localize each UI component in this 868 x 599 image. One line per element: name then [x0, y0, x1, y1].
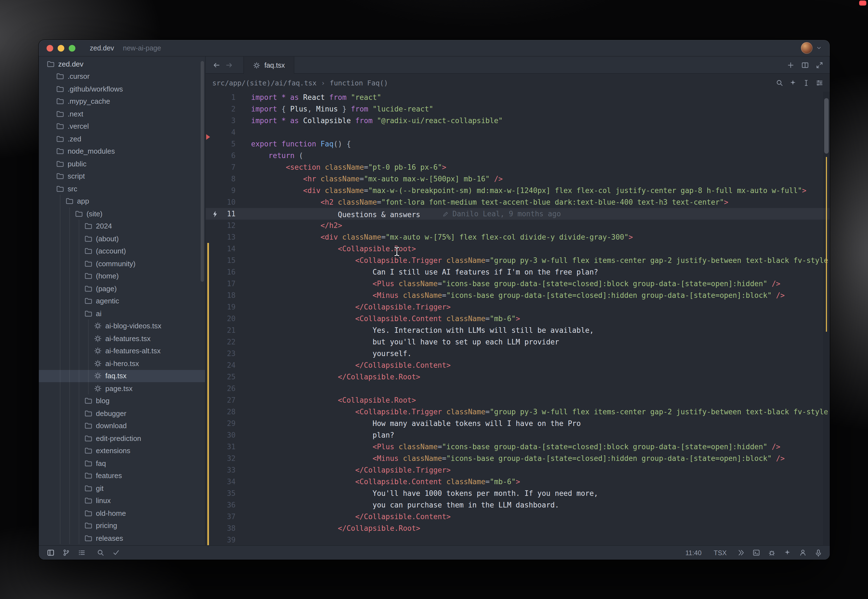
code-line-14[interactable]: 14 <Collapsible.Root>: [206, 243, 830, 254]
code-line-11[interactable]: 11 Questions & answersDanilo Leal, 9 mon…: [206, 208, 830, 220]
tree-item-faq.tsx[interactable]: faq.tsx: [39, 370, 205, 382]
tree-item-pricing[interactable]: pricing: [39, 519, 205, 532]
chevron-down-icon[interactable]: [816, 45, 822, 51]
code-line-23[interactable]: 23 yourself.: [206, 348, 830, 360]
branch-name[interactable]: new-ai-page: [123, 44, 161, 52]
tree-item-node_modules[interactable]: node_modules: [39, 145, 205, 158]
cursor-position[interactable]: 11:40: [681, 549, 706, 557]
titlebar[interactable]: zed.dev new-ai-page: [39, 40, 830, 57]
tab-faq-tsx[interactable]: faq.tsx: [243, 57, 294, 74]
tree-item-(community)[interactable]: (community): [39, 257, 205, 270]
tree-item-agentic[interactable]: agentic: [39, 295, 205, 307]
buffer-search-icon[interactable]: [773, 77, 785, 89]
git-blame[interactable]: Danilo Leal, 9 months ago: [443, 208, 561, 220]
code-line-22[interactable]: 22 but you'll have to set up each LLM pr…: [206, 336, 830, 348]
close-button[interactable]: [47, 45, 53, 51]
code-line-37[interactable]: 37 </Collapsible.Content>: [206, 511, 830, 522]
code-line-7[interactable]: 7 <section className="pt-0 pb-16 px-6">: [206, 161, 830, 173]
minimize-button[interactable]: [58, 45, 64, 51]
code-line-35[interactable]: 35 You'll have 1000 tokens per month. If…: [206, 488, 830, 499]
code-line-32[interactable]: 32 <Minus className="icons-base group-da…: [206, 453, 830, 464]
tree-item-.vercel[interactable]: .vercel: [39, 120, 205, 132]
avatar[interactable]: [801, 42, 812, 54]
code-line-33[interactable]: 33 </Collapsible.Trigger>: [206, 464, 830, 476]
breadcrumb-symbol[interactable]: function Faq(): [329, 78, 388, 87]
tree-item-zed.dev[interactable]: zed.dev: [39, 58, 205, 70]
code-line-36[interactable]: 36 you can purchase them in the LLM dash…: [206, 499, 830, 511]
code-line-6[interactable]: 6 return (: [206, 150, 830, 161]
inline-assist-icon[interactable]: [787, 77, 799, 89]
code-line-30[interactable]: 30 plan?: [206, 429, 830, 441]
code-line-38[interactable]: 38 </Collapsible.Root>: [206, 522, 830, 534]
code-line-24[interactable]: 24 </Collapsible.Content>: [206, 360, 830, 371]
code-line-4[interactable]: 4: [206, 126, 830, 138]
tree-item-public[interactable]: public: [39, 158, 205, 170]
tree-item-.github/workflows[interactable]: .github/workflows: [39, 83, 205, 95]
tree-item-.mypy_cache[interactable]: .mypy_cache: [39, 95, 205, 108]
new-tab-button[interactable]: [784, 59, 796, 71]
mic-icon[interactable]: [812, 546, 824, 559]
tree-item-ai-blog-videos.tsx[interactable]: ai-blog-videos.tsx: [39, 320, 205, 332]
split-pane-button[interactable]: [799, 59, 811, 71]
tree-item-extensions[interactable]: extensions: [39, 444, 205, 457]
tree-item-app[interactable]: app: [39, 195, 205, 208]
code-line-3[interactable]: 3import * as Collapsible from "@radix-ui…: [206, 115, 830, 126]
code-line-29[interactable]: 29 How many available tokens will I have…: [206, 418, 830, 429]
assistant-icon[interactable]: [781, 546, 793, 559]
tree-item-script[interactable]: script: [39, 170, 205, 182]
debugger-icon[interactable]: [766, 546, 778, 559]
code-line-18[interactable]: 18 <Minus className="icons-base group-da…: [206, 289, 830, 301]
code-line-17[interactable]: 17 <Plus className="icons-base group-dat…: [206, 278, 830, 289]
edit-prediction-icon[interactable]: [734, 546, 746, 559]
code-line-9[interactable]: 9 <div className="max-w-(--breakpoint-sm…: [206, 185, 830, 196]
tree-item-(account)[interactable]: (account): [39, 245, 205, 257]
tree-item-.next[interactable]: .next: [39, 108, 205, 120]
nav-forward-button[interactable]: [223, 57, 236, 74]
editor[interactable]: 1import * as React from "react"2import {…: [206, 92, 830, 545]
tree-item-(home)[interactable]: (home): [39, 270, 205, 282]
code-line-2[interactable]: 2import { Plus, Minus } from "lucide-rea…: [206, 103, 830, 115]
selection-mode-icon[interactable]: [800, 77, 812, 89]
tree-item-.cursor[interactable]: .cursor: [39, 70, 205, 83]
code-line-5[interactable]: 5export function Faq() {: [206, 138, 830, 150]
code-line-34[interactable]: 34 <Collapsible.Content className="mb-6"…: [206, 476, 830, 488]
tree-item-(about)[interactable]: (about): [39, 232, 205, 245]
project-panel-toggle-icon[interactable]: [44, 546, 57, 559]
code-line-39[interactable]: 39: [206, 534, 830, 545]
code-line-15[interactable]: 15 <Collapsible.Trigger className="group…: [206, 254, 830, 266]
tree-item-releases[interactable]: releases: [39, 532, 205, 544]
project-search-icon[interactable]: [94, 546, 107, 559]
code-line-16[interactable]: 16 Can I still use AI features if I'm on…: [206, 266, 830, 278]
tree-item-old-home[interactable]: old-home: [39, 507, 205, 519]
code-line-12[interactable]: 12 </h2>: [206, 220, 830, 231]
tree-item-ai-hero.tsx[interactable]: ai-hero.tsx: [39, 357, 205, 370]
project-name[interactable]: zed.dev: [90, 44, 114, 52]
breadcrumb-path[interactable]: src/app/(site)/ai/faq.tsx: [212, 78, 317, 87]
tree-item-faq[interactable]: faq: [39, 457, 205, 470]
git-panel-icon[interactable]: [60, 546, 72, 559]
code-line-27[interactable]: 27 <Collapsible.Root>: [206, 394, 830, 406]
code-line-8[interactable]: 8 <hr className="mx-auto max-w-[500px] m…: [206, 173, 830, 185]
zoom-pane-button[interactable]: [813, 59, 825, 71]
tree-item-ai-features.tsx[interactable]: ai-features.tsx: [39, 332, 205, 345]
code-line-31[interactable]: 31 <Plus className="icons-base group-dat…: [206, 441, 830, 453]
tree-item-blog[interactable]: blog: [39, 394, 205, 407]
tree-item-src[interactable]: src: [39, 182, 205, 195]
code-line-25[interactable]: 25 </Collapsible.Root>: [206, 371, 830, 383]
code-line-10[interactable]: 10 <h2 className="font-lora font-medium …: [206, 196, 830, 208]
tree-item-2024[interactable]: 2024: [39, 220, 205, 232]
code-line-26[interactable]: 26: [206, 383, 830, 394]
language-selector[interactable]: TSX: [709, 549, 731, 557]
terminal-panel-icon[interactable]: [750, 546, 762, 559]
sidebar-scrollbar[interactable]: [201, 61, 204, 282]
tree-item-git[interactable]: git: [39, 482, 205, 494]
tree-item-(page)[interactable]: (page): [39, 282, 205, 295]
code-line-28[interactable]: 28 <Collapsible.Trigger className="group…: [206, 406, 830, 418]
nav-back-button[interactable]: [210, 57, 223, 74]
editor-controls-icon[interactable]: [813, 77, 825, 89]
code-line-19[interactable]: 19 </Collapsible.Trigger>: [206, 301, 830, 313]
scrollbar-thumb[interactable]: [824, 98, 829, 154]
code-line-21[interactable]: 21 Yes. Interaction with LLMs will still…: [206, 324, 830, 336]
code-line-13[interactable]: 13 <div className="mx-auto w-[75%] flex …: [206, 231, 830, 243]
zoom-button[interactable]: [69, 45, 75, 51]
